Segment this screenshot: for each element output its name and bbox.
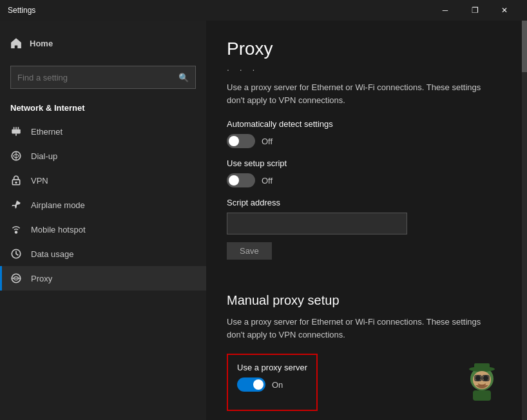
nav-section-label: Network & Internet xyxy=(0,99,206,119)
window-controls: ─ ❐ ✕ xyxy=(430,0,519,21)
ethernet-icon xyxy=(10,126,22,137)
airplane-label: Airplane mode xyxy=(31,200,85,210)
vpn-label: VPN xyxy=(31,176,48,186)
mascot-svg xyxy=(460,361,504,405)
auto-detect-label: Automatically detect settings xyxy=(227,119,506,129)
sidebar-item-vpn[interactable]: VPN xyxy=(0,168,206,193)
minimize-button[interactable]: ─ xyxy=(430,0,460,21)
page-title: Proxy xyxy=(227,39,506,59)
mascot-image xyxy=(460,361,504,405)
use-proxy-knob xyxy=(253,379,264,390)
manual-heading: Manual proxy setup xyxy=(227,293,506,308)
use-proxy-row: On xyxy=(237,377,307,392)
setup-script-label: Use setup script xyxy=(227,158,506,168)
setup-script-row: Off xyxy=(227,173,506,187)
script-address-label: Script address xyxy=(227,198,506,207)
svg-rect-0 xyxy=(12,129,21,134)
auto-description: Use a proxy server for Ethernet or Wi-Fi… xyxy=(227,81,497,106)
hotspot-icon xyxy=(10,224,22,235)
sidebar-header: Home xyxy=(0,21,206,61)
sidebar-item-hotspot[interactable]: Mobile hotspot xyxy=(0,217,206,242)
svg-rect-14 xyxy=(474,363,490,371)
hotspot-label: Mobile hotspot xyxy=(31,225,86,234)
svg-rect-21 xyxy=(473,390,491,401)
sidebar-item-proxy[interactable]: Proxy xyxy=(0,266,206,291)
app-body: Home 🔍 Network & Internet Ethernet Dial-… xyxy=(0,21,527,420)
sidebar: Home 🔍 Network & Internet Ethernet Dial-… xyxy=(0,21,206,420)
auto-detect-row: Off xyxy=(227,134,506,148)
use-proxy-state: On xyxy=(272,380,283,390)
datausage-icon xyxy=(10,248,22,260)
ethernet-label: Ethernet xyxy=(31,127,62,137)
svg-point-8 xyxy=(15,182,17,184)
setup-script-state: Off xyxy=(262,176,273,186)
datausage-label: Data usage xyxy=(31,249,74,259)
main-panel: Proxy · · · Use a proxy server for Ether… xyxy=(206,21,527,420)
sidebar-item-home[interactable]: Home xyxy=(10,31,196,55)
sidebar-item-airplane[interactable]: Airplane mode xyxy=(0,193,206,217)
manual-description: Use a proxy server for Ethernet or Wi-Fi… xyxy=(227,316,497,341)
script-address-input[interactable] xyxy=(227,213,407,234)
proxy-highlight-box: Use a proxy server On xyxy=(227,354,318,411)
use-proxy-toggle[interactable] xyxy=(237,377,265,392)
sidebar-item-datausage[interactable]: Data usage xyxy=(0,242,206,266)
app-title: Settings xyxy=(8,6,35,15)
sidebar-item-ethernet[interactable]: Ethernet xyxy=(0,119,206,144)
scrollbar-track[interactable] xyxy=(522,21,527,420)
section-dots: · · · xyxy=(227,64,506,75)
vpn-icon xyxy=(10,175,22,186)
save-button[interactable]: Save xyxy=(227,242,272,260)
title-bar: Settings ─ ❐ ✕ xyxy=(0,0,527,21)
auto-detect-toggle[interactable] xyxy=(227,134,255,148)
setup-script-toggle[interactable] xyxy=(227,173,255,187)
proxy-icon xyxy=(10,272,22,284)
search-box[interactable]: 🔍 xyxy=(10,66,196,89)
sidebar-item-dialup[interactable]: Dial-up xyxy=(0,144,206,168)
airplane-icon xyxy=(10,199,22,211)
scrollbar-thumb[interactable] xyxy=(522,21,527,72)
search-icon: 🔍 xyxy=(178,73,189,82)
auto-detect-state: Off xyxy=(262,137,273,146)
restore-button[interactable]: ❐ xyxy=(460,0,490,21)
search-input[interactable] xyxy=(17,73,173,82)
home-label: Home xyxy=(30,39,53,48)
dialup-icon xyxy=(10,150,22,162)
proxy-label: Proxy xyxy=(31,274,52,283)
close-button[interactable]: ✕ xyxy=(490,0,519,21)
home-icon xyxy=(10,37,22,49)
auto-detect-knob xyxy=(229,136,239,146)
setup-script-knob xyxy=(229,175,239,186)
use-proxy-label: Use a proxy server xyxy=(237,363,307,372)
dialup-label: Dial-up xyxy=(31,151,57,161)
